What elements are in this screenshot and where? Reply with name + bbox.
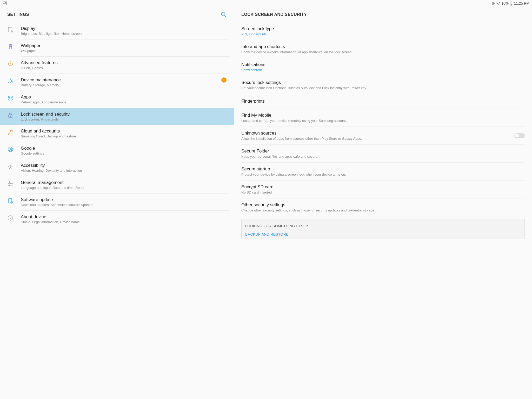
detail-item-title: Encrypt SD card (241, 184, 525, 190)
sidebar-item-accessibility[interactable]: AccessibilityVision, Hearing, Dexterity … (0, 159, 234, 176)
sidebar-item-icon (7, 26, 21, 33)
sidebar-item-sub: Vision, Hearing, Dexterity and interacti… (21, 169, 224, 172)
status-bar: 16% 11:25 PM (0, 0, 532, 7)
detail-item-sub: Change other security settings, such as … (241, 208, 525, 212)
wifi-icon (496, 2, 500, 5)
detail-find-my-mobile[interactable]: Find My MobileLocate and control your de… (241, 109, 525, 127)
sidebar-item-title: Software update (21, 197, 224, 202)
svg-point-18 (8, 99, 10, 100)
toggle-switch[interactable] (514, 133, 525, 138)
picture-icon (3, 2, 7, 5)
detail-fingerprints[interactable]: Fingerprints (241, 94, 525, 109)
sidebar-item-icon (7, 180, 21, 187)
sidebar-item-advanced-features[interactable]: Advanced featuresS Pen, Games (0, 57, 234, 74)
sidebar-item-sub: S Pen, Games (21, 66, 224, 70)
sidebar-item-sub: Battery, Storage, Memory (21, 83, 219, 87)
sidebar-item-title: General management (21, 180, 224, 185)
sidebar-item-sub: Brightness, Blue light filter, Home scre… (21, 32, 224, 36)
svg-point-17 (11, 96, 12, 98)
battery-percent: 16% (501, 1, 509, 5)
sidebar-header: SETTINGS (0, 7, 234, 22)
detail-item-sub: No SD card inserted (241, 190, 525, 194)
sidebar-item-title: Cloud and accounts (21, 129, 224, 134)
sidebar-item-sub: Language and input, Date and time, Reset (21, 186, 224, 190)
detail-item-title: Screen lock type (241, 26, 525, 31)
sidebar-item-apps[interactable]: AppsDefault apps, App permissions (0, 91, 234, 108)
sidebar-item-wallpaper[interactable]: WallpaperWallpaper (0, 39, 234, 56)
sidebar-item-lock-screen-and-security[interactable]: Lock screen and securityLock screen, Fin… (0, 108, 234, 125)
detail-screen-lock-type[interactable]: Screen lock typePIN, Fingerprints (241, 22, 525, 40)
sidebar-item-icon (7, 214, 21, 221)
detail-other-security-settings[interactable]: Other security settingsChange other secu… (241, 198, 525, 216)
svg-line-5 (225, 15, 226, 17)
sidebar-item-google[interactable]: GoogleGoogle settings (0, 142, 234, 159)
sidebar-list: DisplayBrightness, Blue light filter, Ho… (0, 22, 234, 399)
svg-rect-40 (9, 198, 12, 203)
battery-icon (510, 2, 512, 5)
svg-point-1 (5, 2, 6, 3)
sidebar-item-display[interactable]: DisplayBrightness, Blue light filter, Ho… (0, 22, 234, 39)
sidebar-item-cloud-and-accounts[interactable]: Cloud and accountsSamsung Cloud, Backup … (0, 125, 234, 142)
looking-link-backup[interactable]: BACKUP AND RESTORE (245, 232, 521, 236)
detail-info-and-app-shortcuts[interactable]: Info and app shortcutsShow the device ow… (241, 40, 525, 58)
detail-item-title: Find My Mobile (241, 113, 525, 118)
detail-unknown-sources[interactable]: Unknown sourcesAllow the installation of… (241, 127, 525, 145)
sidebar-item-icon (7, 95, 21, 101)
sidebar-item-sub: Status, Legal information, Device name (21, 220, 224, 224)
sidebar-item-title: Apps (21, 95, 224, 100)
sidebar-item-icon (7, 77, 21, 84)
sidebar-item-title: Google (21, 146, 224, 151)
svg-point-27 (10, 164, 11, 165)
svg-point-23 (10, 130, 12, 132)
detail-pane: LOCK SCREEN AND SECURITY Screen lock typ… (234, 7, 532, 399)
svg-point-8 (11, 31, 12, 32)
svg-line-30 (9, 168, 10, 169)
sidebar-item-icon (7, 112, 21, 118)
sidebar-item-about-device[interactable]: About deviceStatus, Legal information, D… (0, 211, 234, 228)
detail-item-sub: Locate and control your device remotely … (241, 119, 525, 123)
detail-item-sub: Show content (241, 68, 525, 72)
sidebar-item-sub: Google settings (21, 151, 224, 155)
detail-item-sub: Set your secure lock functions, such as … (241, 86, 525, 90)
detail-item-title: Info and app shortcuts (241, 44, 525, 49)
sidebar-item-title: About device (21, 214, 224, 220)
sidebar-item-software-update[interactable]: Software updateDownload updates, Schedul… (0, 194, 234, 210)
sidebar-item-sub: Download updates, Scheduled software upd… (21, 203, 224, 207)
detail-item-sub: Show the device owner's information, or … (241, 50, 525, 54)
notification-badge: 1 (221, 77, 227, 83)
svg-point-4 (221, 12, 225, 16)
sidebar-item-sub: Samsung Cloud, Backup and restore (21, 134, 224, 138)
sidebar-item-sub: Wallpaper (21, 49, 224, 53)
detail-title: LOCK SCREEN AND SECURITY (241, 12, 307, 17)
detail-list: Screen lock typePIN, FingerprintsInfo an… (234, 22, 532, 399)
detail-item-title: Secure lock settings (241, 80, 525, 85)
sidebar-item-sub: Default apps, App permissions (21, 100, 224, 104)
detail-item-title: Other security settings (241, 202, 525, 208)
detail-encrypt-sd-card[interactable]: Encrypt SD cardNo SD card inserted (241, 181, 525, 198)
detail-item-title: Notifications (241, 62, 525, 67)
search-icon[interactable] (221, 12, 227, 17)
detail-item-title: Secure Folder (241, 149, 525, 154)
sidebar-item-general-management[interactable]: General managementLanguage and input, Da… (0, 176, 234, 193)
sidebar-item-title: Accessibility (21, 163, 224, 168)
sidebar-item-sub: Lock screen, Fingerprints (21, 117, 224, 121)
detail-item-sub: Keep your personal files and apps safe a… (241, 155, 525, 158)
detail-secure-startup[interactable]: Secure startupProtect your device by usi… (241, 163, 525, 181)
clock: 11:25 PM (514, 1, 529, 5)
sidebar-item-icon (7, 129, 21, 135)
sidebar-title: SETTINGS (7, 12, 29, 17)
svg-point-39 (9, 185, 10, 186)
detail-item-title: Unknown sources (241, 131, 525, 136)
detail-item-sub: Protect your device by using a screen lo… (241, 172, 525, 176)
detail-secure-folder[interactable]: Secure FolderKeep your personal files an… (241, 145, 525, 163)
detail-item-sub: PIN, Fingerprints (241, 32, 525, 36)
detail-secure-lock-settings[interactable]: Secure lock settingsSet your secure lock… (241, 76, 525, 94)
svg-point-42 (10, 217, 11, 217)
settings-sidebar: SETTINGS DisplayBrightness, Blue light f… (0, 7, 234, 399)
detail-notifications[interactable]: NotificationsShow content (241, 58, 525, 76)
detail-header: LOCK SCREEN AND SECURITY (234, 7, 532, 22)
sidebar-item-device-maintenance[interactable]: Device maintenanceBattery, Storage, Memo… (0, 74, 234, 91)
svg-line-31 (10, 168, 12, 169)
sidebar-item-icon (7, 60, 21, 67)
detail-item-sub: Allow the installation of apps from sour… (241, 137, 525, 141)
